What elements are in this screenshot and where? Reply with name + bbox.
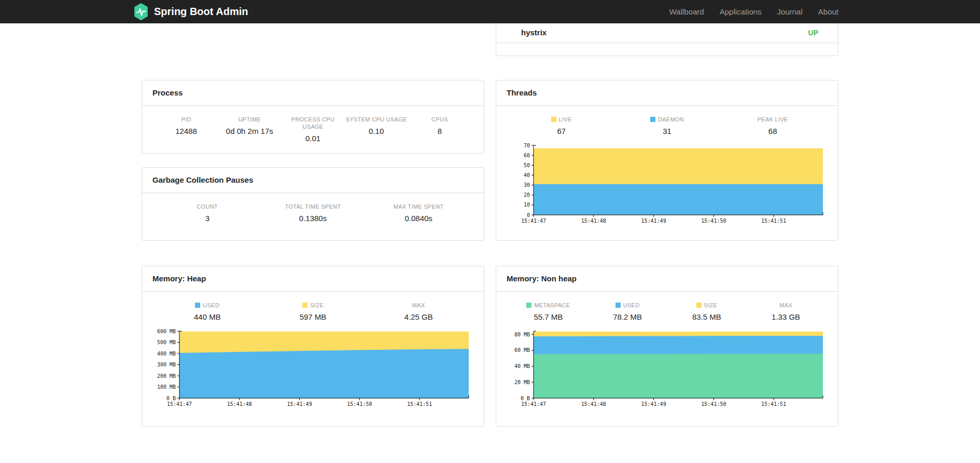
memory-nonheap-panel-title: Memory: Non heap <box>496 266 838 292</box>
nav-item-wallboard[interactable]: Wallboard <box>669 7 704 16</box>
metric-uptime: UPTIME 0d 0h 2m 17s <box>218 116 281 143</box>
metric-label: UPTIME <box>218 116 281 123</box>
svg-text:600 MB: 600 MB <box>157 329 176 334</box>
svg-text:15:41:49: 15:41:49 <box>641 401 666 407</box>
metric-label: SYSTEM CPU USAGE <box>345 116 408 123</box>
svg-text:400 MB: 400 MB <box>157 351 176 357</box>
nav-item-journal[interactable]: Journal <box>777 7 803 16</box>
service-status-badge: UP <box>808 29 818 37</box>
svg-text:0 B: 0 B <box>521 396 530 401</box>
navbar: Spring Boot Admin Wallboard Applications… <box>0 0 980 23</box>
metric-cpus: CPUS 8 <box>408 116 471 143</box>
svg-text:500 MB: 500 MB <box>157 339 176 345</box>
svg-text:15:41:50: 15:41:50 <box>347 401 372 407</box>
legend-nonheap-max: MAX 1.33 GB <box>746 302 825 322</box>
legend-swatch <box>526 303 531 308</box>
legend-threads-live: LIVE 67 <box>509 116 614 136</box>
brand-link[interactable]: Spring Boot Admin <box>133 3 248 20</box>
threads-panel-title: Threads <box>496 80 838 106</box>
svg-text:80 MB: 80 MB <box>514 332 530 337</box>
left-column: Process PID 12488 UPTIME 0d 0h 2m 17s PR… <box>142 80 484 427</box>
memory-heap-chart: 0 B100 MB200 MB300 MB400 MB500 MB600 MB1… <box>142 322 484 410</box>
svg-text:0 B: 0 B <box>166 396 176 401</box>
metric-label: SIZE <box>260 302 366 309</box>
legend-heap-used: USED 440 MB <box>155 302 260 322</box>
metric-value: 1.33 GB <box>746 312 825 322</box>
process-metrics: PID 12488 UPTIME 0d 0h 2m 17s PROCESS CP… <box>142 106 484 143</box>
metric-label: MAX <box>366 302 471 309</box>
svg-text:15:41:47: 15:41:47 <box>167 401 192 407</box>
metric-label: SIZE <box>667 302 747 309</box>
metric-value: 83.5 MB <box>667 312 747 322</box>
metric-value: 0.0840s <box>366 214 471 223</box>
metric-label: USED <box>155 302 260 309</box>
metric-value: 78.2 MB <box>588 312 667 322</box>
legend-threads-peak-live: PEAK LIVE 68 <box>720 116 825 136</box>
svg-text:40: 40 <box>524 172 530 178</box>
svg-text:15:41:48: 15:41:48 <box>581 218 606 224</box>
svg-text:50: 50 <box>524 162 530 168</box>
legend-label: DAEMON <box>658 116 684 123</box>
brand-title: Spring Boot Admin <box>154 6 248 18</box>
nav-item-applications[interactable]: Applications <box>720 7 762 16</box>
navbar-inner: Spring Boot Admin Wallboard Applications… <box>142 0 838 23</box>
metric-value: 55.7 MB <box>509 312 588 322</box>
metric-value: 0.1380s <box>260 214 366 223</box>
svg-text:15:41:51: 15:41:51 <box>761 218 786 224</box>
svg-text:40 MB: 40 MB <box>514 363 530 369</box>
metric-value: 12488 <box>155 127 218 136</box>
legend-heap-size: SIZE 597 MB <box>260 302 366 322</box>
metric-value: 0.10 <box>345 127 408 136</box>
svg-text:200 MB: 200 MB <box>157 373 176 379</box>
svg-text:15:41:49: 15:41:49 <box>641 218 666 224</box>
legend-label: PEAK LIVE <box>758 116 788 123</box>
legend-swatch <box>696 303 702 308</box>
metric-value: 67 <box>509 127 614 136</box>
metric-label: PROCESS CPU USAGE <box>281 116 344 130</box>
legend-label: USED <box>203 302 219 309</box>
nav-item-about[interactable]: About <box>818 7 838 16</box>
metric-value: 0d 0h 2m 17s <box>218 127 281 136</box>
metric-label: COUNT <box>155 203 260 210</box>
metric-value: 31 <box>614 127 720 136</box>
svg-text:15:41:51: 15:41:51 <box>761 401 786 407</box>
svg-text:15:41:50: 15:41:50 <box>701 218 726 224</box>
svg-text:10: 10 <box>524 202 530 208</box>
legend-nonheap-metaspace: METASPACE 55.7 MB <box>509 302 588 322</box>
svg-text:20: 20 <box>524 192 530 198</box>
metric-gc-total-time: TOTAL TIME SPENT 0.1380s <box>260 203 366 223</box>
legend-threads-daemon: DAEMON 31 <box>614 116 720 136</box>
svg-text:15:41:47: 15:41:47 <box>521 401 546 407</box>
threads-legend: LIVE 67 DAEMON 31 PEAK LIVE 6 <box>496 106 838 136</box>
service-row-hystrix[interactable]: hystrix UP <box>496 23 838 43</box>
metric-system-cpu-usage: SYSTEM CPU USAGE 0.10 <box>345 116 408 143</box>
legend-label: MAX <box>412 302 425 309</box>
legend-label: MAX <box>779 302 792 309</box>
svg-text:30: 30 <box>524 182 530 188</box>
legend-heap-max: MAX 4.25 GB <box>366 302 471 322</box>
legend-label: METASPACE <box>534 302 570 309</box>
metric-label: PEAK LIVE <box>720 116 825 123</box>
svg-text:20 MB: 20 MB <box>514 379 530 385</box>
metric-label: METASPACE <box>509 302 588 309</box>
gc-panel-title: Garbage Collection Pauses <box>142 168 484 193</box>
svg-text:100 MB: 100 MB <box>157 384 176 390</box>
metric-label: PID <box>155 116 218 123</box>
nonheap-legend: METASPACE 55.7 MB USED 78.2 MB SIZE <box>496 292 838 322</box>
gc-metrics: COUNT 3 TOTAL TIME SPENT 0.1380s MAX TIM… <box>142 193 484 223</box>
metric-value: 440 MB <box>155 312 260 322</box>
service-name: hystrix <box>521 28 547 37</box>
memory-heap-panel: Memory: Heap USED 440 MB SIZE 597 MB <box>142 266 484 427</box>
legend-label: USED <box>623 302 640 309</box>
legend-nonheap-used: USED 78.2 MB <box>588 302 667 322</box>
svg-text:15:41:51: 15:41:51 <box>407 401 432 407</box>
svg-text:300 MB: 300 MB <box>157 362 176 367</box>
legend-nonheap-size: SIZE 83.5 MB <box>667 302 747 322</box>
metric-label: DAEMON <box>614 116 720 123</box>
metric-label: LIVE <box>509 116 614 123</box>
threads-panel: Threads LIVE 67 DAEMON 31 <box>496 80 838 241</box>
svg-text:0: 0 <box>527 212 530 218</box>
memory-heap-panel-title: Memory: Heap <box>142 266 484 292</box>
metric-value: 8 <box>408 127 471 136</box>
legend-swatch <box>551 117 556 122</box>
